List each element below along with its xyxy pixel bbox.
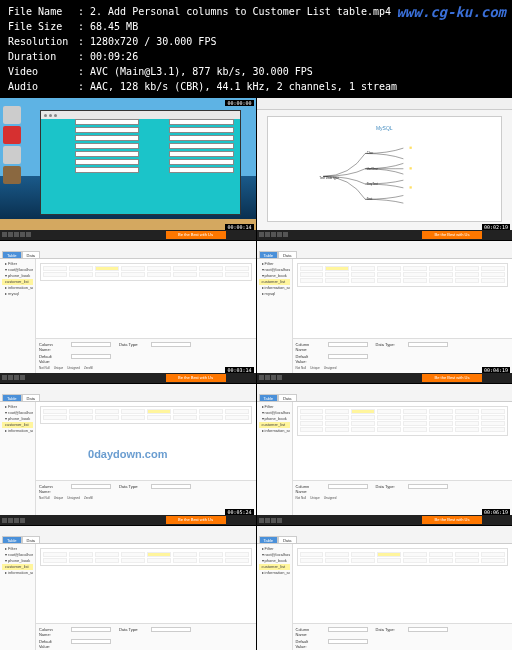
thumbnail-1[interactable]: 00:00:00 bbox=[0, 98, 256, 240]
resolution-label: Resolution bbox=[8, 34, 78, 49]
taskbar-banner: Be the Best with Us bbox=[422, 231, 482, 239]
desktop-icon bbox=[3, 106, 21, 124]
svg-rect-0 bbox=[409, 147, 411, 149]
form-titlebar bbox=[41, 111, 240, 119]
desktop-icon bbox=[3, 166, 21, 184]
column-detail-panel: Column Name:Data Type: Default Value: No… bbox=[36, 338, 256, 373]
timestamp: 00:04:19 bbox=[482, 367, 510, 373]
resolution-value: 1280x720 / 30.000 FPS bbox=[90, 34, 216, 49]
file-name-label: File Name bbox=[8, 4, 78, 19]
thumbnail-2[interactable]: MySQL bbox=[257, 98, 513, 240]
taskbar: Be the Best with Us bbox=[0, 373, 256, 383]
taskbar: Be the Best with Us bbox=[257, 230, 513, 240]
form-input[interactable] bbox=[169, 167, 233, 173]
file-size-label: File Size bbox=[8, 19, 78, 34]
mindmap-canvas: MySQL bbox=[267, 116, 503, 222]
db-tab-data[interactable]: Data bbox=[22, 251, 40, 259]
form-input[interactable] bbox=[75, 167, 139, 173]
form-input[interactable] bbox=[169, 127, 233, 133]
watermark-top: www.cg-ku.com bbox=[396, 2, 506, 23]
timestamp: 00:03:14 bbox=[225, 367, 253, 373]
svg-rect-1 bbox=[409, 167, 411, 169]
desktop-icons bbox=[3, 106, 31, 186]
media-info-panel: www.cg-ku.com File Name:2. Add Personal … bbox=[0, 0, 512, 98]
file-size-value: 68.45 MB bbox=[90, 19, 138, 34]
thumbnail-5[interactable]: 0daydown.com TableData ▸ Filter▾ root@lo… bbox=[0, 384, 256, 526]
thumbnail-grid: 00:00:00 bbox=[0, 98, 512, 650]
timestamp: 00:06:19 bbox=[482, 509, 510, 515]
db-tree[interactable]: ▸ Filter▾ root@localhost ▾ phone_book cu… bbox=[257, 402, 293, 516]
db-tab-table[interactable]: Table bbox=[2, 251, 22, 259]
thumbnail-7[interactable]: www.cg-ku.com TableData ▸ Filter▾ root@l… bbox=[0, 526, 256, 650]
audio-value: AAC, 128 kb/s (CBR), 44.1 kHz, 2 channel… bbox=[90, 79, 397, 94]
db-tree[interactable]: ▸ Filter▾ root@localhost ▾ phone_book cu… bbox=[0, 402, 36, 516]
thumbnail-6[interactable]: TableData ▸ Filter▾ root@localhost ▾ pho… bbox=[257, 384, 513, 526]
center-watermark: 0daydown.com bbox=[88, 448, 167, 460]
db-tree[interactable]: ▸ Filter ▾ root@localhost ▾ phone_book c… bbox=[0, 259, 36, 373]
db-tree[interactable]: ▸ Filter▾ root@localhost ▾ phone_book cu… bbox=[257, 544, 293, 650]
col-type-input[interactable] bbox=[151, 342, 191, 347]
form-window bbox=[40, 110, 241, 215]
thumbnail-3[interactable]: Table Data ▸ Filter ▾ root@localhost ▾ p… bbox=[0, 241, 256, 383]
app-topbar bbox=[257, 98, 513, 110]
db-tree[interactable]: ▸ Filter▾ root@localhost ▾ phone_book cu… bbox=[0, 544, 36, 650]
form-input[interactable] bbox=[169, 135, 233, 141]
form-input[interactable] bbox=[169, 159, 233, 165]
col-name-input[interactable] bbox=[71, 342, 111, 347]
timestamp: 00:00:00 bbox=[225, 100, 253, 106]
form-input[interactable] bbox=[169, 151, 233, 157]
svg-text:Char: Char bbox=[366, 151, 373, 155]
file-name-value: 2. Add Personal columns to Customer List… bbox=[90, 4, 391, 19]
form-input[interactable] bbox=[75, 159, 139, 165]
form-input[interactable] bbox=[75, 119, 139, 125]
desktop-icon bbox=[3, 126, 21, 144]
svg-text:Text: Text bbox=[366, 197, 372, 201]
col-default-input[interactable] bbox=[71, 354, 111, 359]
audio-label: Audio bbox=[8, 79, 78, 94]
desktop-icon bbox=[3, 146, 21, 164]
thumbnail-4[interactable]: TableData ▸ Filter▾ root@localhost ▾ pho… bbox=[257, 241, 513, 383]
taskbar: Be the Best with Us bbox=[0, 230, 256, 240]
db-tree[interactable]: ▸ Filter▾ root@localhost ▾ phone_book cu… bbox=[257, 259, 293, 373]
form-input[interactable] bbox=[169, 119, 233, 125]
timestamp: 00:05:24 bbox=[225, 509, 253, 515]
video-value: AVC (Main@L3.1), 877 kb/s, 30.000 FPS bbox=[90, 64, 313, 79]
svg-text:TinyText: TinyText bbox=[366, 182, 377, 186]
form-input[interactable] bbox=[75, 127, 139, 133]
video-label: Video bbox=[8, 64, 78, 79]
form-input[interactable] bbox=[169, 143, 233, 149]
timestamp: 00:02:19 bbox=[482, 224, 510, 230]
form-input[interactable] bbox=[75, 135, 139, 141]
svg-text:Text Data type: Text Data type bbox=[319, 176, 339, 180]
svg-text:VarChar: VarChar bbox=[366, 167, 377, 171]
taskbar-banner: Be the Best with Us bbox=[166, 231, 226, 239]
form-input[interactable] bbox=[75, 151, 139, 157]
form-input[interactable] bbox=[75, 143, 139, 149]
mysql-logo: MySQL bbox=[376, 125, 393, 131]
db-toolbar: Table Data bbox=[0, 241, 256, 259]
duration-value: 00:09:26 bbox=[90, 49, 138, 64]
svg-rect-2 bbox=[409, 186, 411, 188]
timestamp: 00:00:14 bbox=[225, 224, 253, 230]
thumbnail-8[interactable]: TableData ▸ Filter▾ root@localhost ▾ pho… bbox=[257, 526, 513, 650]
duration-label: Duration bbox=[8, 49, 78, 64]
